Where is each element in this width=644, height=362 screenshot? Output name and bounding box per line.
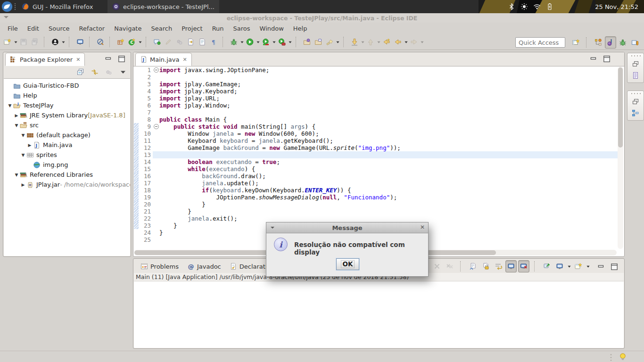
tree-item-img-png[interactable]: img.png: [4, 160, 130, 170]
menu-project[interactable]: Project: [177, 24, 207, 33]
line-number[interactable]: 2: [139, 74, 153, 81]
battery-icon[interactable]: [546, 3, 553, 10]
quickdiff-ruler[interactable]: [134, 201, 139, 208]
line-number[interactable]: 7: [139, 109, 153, 116]
run-external-tools-button[interactable]: [276, 36, 288, 48]
pin-console-button[interactable]: [541, 260, 553, 272]
line-number[interactable]: 1: [139, 66, 153, 74]
line-number[interactable]: 11: [139, 137, 153, 144]
quickdiff-ruler[interactable]: [134, 102, 139, 109]
notifications-lightbulb-icon[interactable]: [619, 353, 627, 361]
back-history-button[interactable]: [392, 36, 404, 48]
chevron-collapsed-icon[interactable]: ▶: [26, 143, 33, 148]
search-button[interactable]: [324, 36, 335, 48]
saros-session-button[interactable]: [151, 36, 163, 48]
saros-perspective-button[interactable]: [629, 36, 641, 49]
menu-source[interactable]: Source: [44, 24, 74, 33]
templates-button[interactable]: [197, 36, 208, 48]
app-menu-icon[interactable]: [1, 1, 13, 12]
window-menu-icon[interactable]: [4, 16, 8, 21]
line-number[interactable]: 15: [139, 165, 153, 173]
menu-navigate[interactable]: Navigate: [109, 24, 146, 33]
quickdiff-ruler[interactable]: [134, 116, 139, 123]
line-number[interactable]: 14: [139, 158, 153, 165]
dialog-close-icon[interactable]: ✕: [420, 224, 425, 230]
scroll-lock-button[interactable]: [480, 260, 491, 272]
run-external-tools-dropdown[interactable]: [288, 41, 292, 44]
tree-item-sprites[interactable]: ▼sprites: [4, 150, 130, 160]
trim-handle[interactable]: [630, 92, 641, 95]
taskbar-window-firefox[interactable]: GUJ - Mozilla Firefox: [17, 0, 98, 13]
search-dropdown[interactable]: [335, 41, 340, 44]
quickdiff-ruler[interactable]: [134, 81, 139, 88]
menu-saros[interactable]: Saros: [229, 24, 255, 33]
tree-item-main-java[interactable]: ▶JMain.java: [4, 140, 130, 150]
quickdiff-ruler[interactable]: [134, 130, 139, 137]
menu-search[interactable]: Search: [146, 24, 177, 33]
open-console-button[interactable]: [573, 260, 584, 272]
quickdiff-ruler[interactable]: [134, 215, 139, 222]
line-number[interactable]: 9: [139, 123, 153, 130]
coverage-button[interactable]: [260, 36, 272, 48]
tree-item-src[interactable]: ▼src: [4, 120, 130, 130]
quickdiff-ruler[interactable]: [134, 109, 139, 116]
line-number[interactable]: 8: [139, 116, 153, 123]
scrollbar-thumb[interactable]: [618, 67, 623, 148]
console-output[interactable]: [134, 281, 624, 348]
close-icon[interactable]: ✕: [76, 57, 80, 63]
planning-perspective-button[interactable]: [593, 36, 604, 49]
quickdiff-ruler[interactable]: [134, 173, 139, 180]
run-dropdown[interactable]: [256, 41, 260, 44]
quickdiff-ruler[interactable]: [134, 229, 139, 236]
coverage-dropdown[interactable]: [272, 41, 276, 44]
java-perspective-button[interactable]: J: [605, 36, 616, 49]
restore-button[interactable]: [630, 96, 641, 107]
fold-marker-icon[interactable]: [153, 123, 159, 130]
menu-run[interactable]: Run: [207, 24, 229, 33]
open-type-button[interactable]: [301, 36, 313, 48]
chevron-expanded-icon[interactable]: ▼: [13, 123, 20, 128]
account-button[interactable]: [50, 36, 61, 48]
tree-item-testejplay[interactable]: ▼JTesteJPlay: [4, 100, 130, 110]
chevron-expanded-icon[interactable]: ▼: [20, 133, 26, 138]
task-list-button[interactable]: [630, 70, 641, 81]
debug-dropdown[interactable]: [239, 41, 244, 44]
show-on-stdout-button[interactable]: [505, 260, 517, 272]
show-whitespace-button[interactable]: ¶: [208, 36, 219, 48]
forward-history-dropdown[interactable]: [420, 41, 424, 44]
tree-item-guia-turistico-fbd[interactable]: Guia-Turistico-FBD: [4, 81, 130, 90]
close-icon[interactable]: ✕: [182, 57, 187, 63]
debug-perspective-button[interactable]: [617, 36, 628, 49]
previous-annotation-dropdown[interactable]: [376, 41, 381, 44]
quickdiff-ruler[interactable]: [134, 144, 139, 151]
new-wizard-button[interactable]: [2, 36, 13, 48]
chevron-collapsed-icon[interactable]: ▶: [13, 113, 20, 118]
clock[interactable]: 25 Nov, 21:52: [595, 0, 638, 13]
chevron-expanded-icon[interactable]: ▼: [7, 103, 13, 108]
last-edit-location-button[interactable]: [381, 36, 392, 48]
minimize-button[interactable]: [104, 55, 113, 63]
quick-access-input[interactable]: [515, 37, 565, 48]
next-annotation-button[interactable]: [349, 36, 360, 48]
quickdiff-ruler[interactable]: [134, 137, 139, 144]
open-task-button[interactable]: [313, 36, 324, 48]
line-number[interactable]: 24: [139, 229, 153, 236]
next-annotation-dropdown[interactable]: [360, 41, 365, 44]
quickdiff-ruler[interactable]: [134, 194, 139, 201]
show-on-stderr-button[interactable]: [518, 260, 529, 272]
open-declaration-button[interactable]: [185, 36, 197, 48]
clear-console-button[interactable]: [467, 260, 479, 272]
code-editor[interactable]: 1import javax.swing.JOptionPane;23import…: [134, 66, 618, 249]
taskbar-window-eclipse[interactable]: eclipse-workspace - TesteJPl...: [107, 0, 219, 13]
quickdiff-ruler[interactable]: [134, 123, 139, 130]
tree-item-default-package[interactable]: ▼(default package): [4, 130, 130, 140]
line-number[interactable]: 13: [139, 151, 153, 158]
quickdiff-ruler[interactable]: [134, 180, 139, 187]
chevron-expanded-icon[interactable]: ▼: [13, 173, 20, 177]
new-wizard-dropdown[interactable]: [13, 41, 18, 44]
line-number[interactable]: 21: [139, 208, 153, 215]
project-tree[interactable]: Guia-Turistico-FBDHelp▼JTesteJPlay▶JRE S…: [4, 78, 130, 256]
line-number[interactable]: 4: [139, 88, 153, 95]
quickdiff-ruler[interactable]: [134, 95, 139, 102]
new-java-class-button[interactable]: C: [126, 36, 138, 48]
